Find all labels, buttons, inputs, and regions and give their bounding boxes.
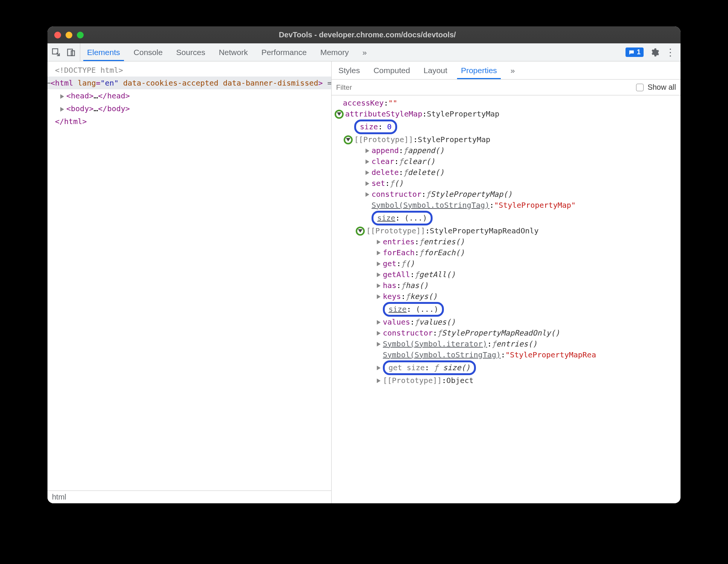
svg-rect-1 bbox=[67, 49, 72, 55]
subtabs-overflow[interactable]: » bbox=[504, 61, 522, 79]
prop-constructor-1[interactable]: constructor: ƒ StylePropertyMap() bbox=[332, 189, 681, 200]
prop-symbol-iterator[interactable]: Symbol(Symbol.iterator): ƒ entries() bbox=[332, 339, 681, 349]
prop-prototype-1[interactable]: [[Prototype]]: StylePropertyMap bbox=[332, 134, 681, 145]
more-menu-icon[interactable]: ⋮ bbox=[665, 48, 675, 57]
close-window-button[interactable] bbox=[54, 32, 61, 38]
dom-head-element[interactable]: <head>…</head> bbox=[47, 89, 331, 102]
filter-bar: Show all bbox=[332, 80, 681, 95]
breadcrumb[interactable]: html bbox=[47, 490, 331, 503]
subtab-layout[interactable]: Layout bbox=[417, 61, 454, 79]
elements-pane: <!DOCTYPE html> ⋯<html lang="en" data-co… bbox=[47, 61, 332, 503]
dom-doctype[interactable]: <!DOCTYPE html> bbox=[47, 64, 331, 77]
prop-constructor-2[interactable]: constructor: ƒ StylePropertyMapReadOnly(… bbox=[332, 328, 681, 339]
prop-set[interactable]: set: ƒ () bbox=[332, 178, 681, 189]
prop-delete[interactable]: delete: ƒ delete() bbox=[332, 167, 681, 178]
tab-console[interactable]: Console bbox=[127, 43, 170, 61]
issues-badge[interactable]: 1 bbox=[626, 48, 644, 57]
window-title: DevTools - developer.chrome.com/docs/dev… bbox=[84, 31, 651, 39]
prop-values[interactable]: values: ƒ values() bbox=[332, 317, 681, 328]
prop-size-2[interactable]: size: (...) bbox=[332, 302, 681, 317]
dom-body-element[interactable]: <body>…</body> bbox=[47, 102, 331, 115]
sidebar-tabs: Styles Computed Layout Properties » bbox=[332, 61, 681, 80]
tabs-overflow[interactable]: » bbox=[356, 43, 374, 61]
window-controls bbox=[54, 32, 84, 38]
prop-size-0[interactable]: size: 0 bbox=[332, 120, 681, 134]
settings-icon[interactable] bbox=[650, 48, 659, 57]
dom-html-element[interactable]: ⋯<html lang="en" data-cookies-accepted d… bbox=[47, 77, 331, 89]
prop-accesskey[interactable]: accessKey: "" bbox=[332, 98, 681, 109]
subtab-properties[interactable]: Properties bbox=[454, 61, 504, 79]
prop-prototype-3[interactable]: [[Prototype]]: Object bbox=[332, 375, 681, 386]
prop-keys[interactable]: keys: ƒ keys() bbox=[332, 291, 681, 302]
prop-symbol-tostring-1[interactable]: Symbol(Symbol.toStringTag): "StyleProper… bbox=[332, 200, 681, 211]
toolbar-right: 1 ⋮ bbox=[620, 43, 681, 61]
main-tabs: Elements Console Sources Network Perform… bbox=[80, 43, 620, 61]
prop-symbol-tostring-2[interactable]: Symbol(Symbol.toStringTag): "StyleProper… bbox=[332, 349, 681, 360]
main-toolbar: Elements Console Sources Network Perform… bbox=[47, 43, 681, 61]
maximize-window-button[interactable] bbox=[77, 32, 84, 38]
dom-html-close[interactable]: </html> bbox=[47, 115, 331, 128]
tab-sources[interactable]: Sources bbox=[170, 43, 212, 61]
content: <!DOCTYPE html> ⋯<html lang="en" data-co… bbox=[47, 61, 681, 503]
svg-rect-2 bbox=[71, 51, 75, 55]
prop-clear[interactable]: clear: ƒ clear() bbox=[332, 156, 681, 167]
prop-attributestylemap[interactable]: attributeStyleMap: StylePropertyMap bbox=[332, 109, 681, 120]
sidebar-pane: Styles Computed Layout Properties » Show… bbox=[332, 61, 681, 503]
subtab-computed[interactable]: Computed bbox=[367, 61, 417, 79]
show-all-checkbox[interactable] bbox=[636, 84, 644, 91]
expand-circle-icon[interactable] bbox=[335, 110, 344, 119]
prop-prototype-2[interactable]: [[Prototype]]: StylePropertyMapReadOnly bbox=[332, 225, 681, 236]
tab-elements[interactable]: Elements bbox=[80, 43, 127, 61]
inspect-element-icon[interactable] bbox=[51, 48, 61, 57]
properties-tree[interactable]: accessKey: "" attributeStyleMap: StylePr… bbox=[332, 95, 681, 503]
prop-get-size[interactable]: get size: ƒ size() bbox=[332, 360, 681, 375]
prop-get[interactable]: get: ƒ () bbox=[332, 258, 681, 269]
expand-circle-icon[interactable] bbox=[344, 135, 353, 144]
subtab-styles[interactable]: Styles bbox=[332, 61, 367, 79]
prop-append[interactable]: append: ƒ append() bbox=[332, 145, 681, 156]
issues-count: 1 bbox=[637, 48, 641, 56]
toolbar-left bbox=[47, 43, 80, 61]
expand-circle-icon[interactable] bbox=[356, 227, 365, 236]
prop-size-1[interactable]: size: (...) bbox=[332, 211, 681, 225]
prop-has[interactable]: has: ƒ has() bbox=[332, 280, 681, 291]
titlebar: DevTools - developer.chrome.com/docs/dev… bbox=[47, 26, 681, 43]
dom-tree[interactable]: <!DOCTYPE html> ⋯<html lang="en" data-co… bbox=[47, 61, 331, 490]
tab-network[interactable]: Network bbox=[212, 43, 255, 61]
prop-getall[interactable]: getAll: ƒ getAll() bbox=[332, 269, 681, 280]
show-all-label: Show all bbox=[647, 83, 676, 92]
filter-input[interactable] bbox=[336, 83, 632, 92]
devtools-window: DevTools - developer.chrome.com/docs/dev… bbox=[47, 26, 681, 503]
tab-performance[interactable]: Performance bbox=[255, 43, 314, 61]
tab-memory[interactable]: Memory bbox=[314, 43, 356, 61]
device-toolbar-icon[interactable] bbox=[66, 48, 76, 57]
minimize-window-button[interactable] bbox=[66, 32, 72, 38]
prop-entries[interactable]: entries: ƒ entries() bbox=[332, 236, 681, 247]
prop-foreach[interactable]: forEach: ƒ forEach() bbox=[332, 247, 681, 258]
